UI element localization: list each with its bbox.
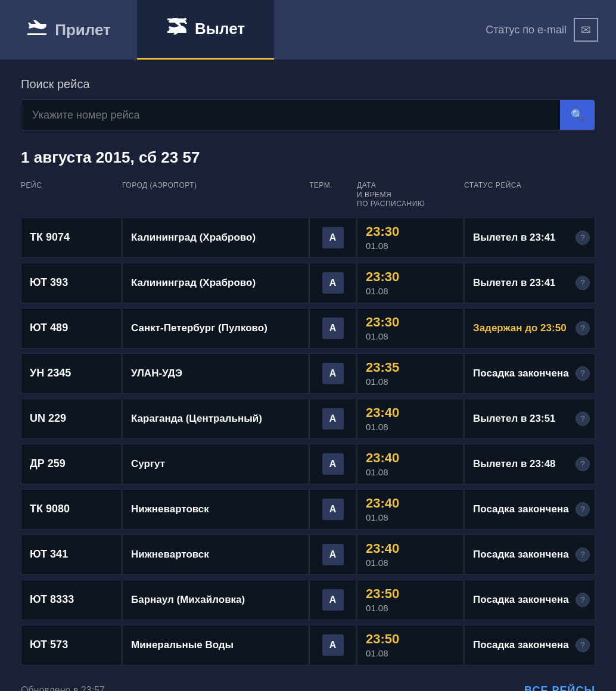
table-row[interactable]: ЮТ 341 Нижневартовск A 23:40 01.08 Посад… (21, 534, 595, 575)
all-flights-link[interactable]: ВСЕ РЕЙСЫ (524, 684, 595, 691)
cell-city-4: Караганда (Центральный) (122, 399, 309, 439)
term-badge-0: A (322, 227, 344, 248)
time-date-8: 01.08 (366, 603, 388, 613)
time-value-8: 23:50 (366, 586, 399, 602)
cell-term-7: A (309, 534, 357, 575)
time-date-5: 01.08 (366, 467, 388, 477)
col-header-datetime-line3: по расписанию (357, 200, 464, 209)
col-header-city: ГОРОД (АЭРОПОРТ) (122, 181, 309, 209)
status-text-5: Вылетел в 23:48 (473, 457, 556, 471)
time-value-9: 23:50 (366, 631, 399, 647)
cell-flight-2: ЮТ 489 (21, 308, 122, 348)
cell-time-6: 23:40 01.08 (357, 489, 464, 530)
time-date-3: 01.08 (366, 376, 388, 387)
question-btn-0[interactable]: ? (575, 231, 590, 245)
question-btn-3[interactable]: ? (575, 366, 590, 381)
cell-time-1: 23:30 01.08 (357, 263, 464, 303)
cell-city-1: Калининград (Храброво) (122, 263, 309, 303)
col-header-datetime-line1: ДАТА (357, 181, 464, 191)
email-status-label: Статус по e-mail (486, 24, 567, 36)
time-date-7: 01.08 (366, 558, 388, 568)
tab-departure-label: Вылет (195, 20, 245, 38)
question-btn-5[interactable]: ? (575, 457, 590, 471)
tab-arrival-label: Прилет (55, 21, 111, 39)
status-text-7: Посадка закончена (473, 548, 569, 561)
search-input[interactable] (21, 101, 560, 130)
question-btn-8[interactable]: ? (575, 593, 590, 607)
cell-status-6: Посадка закончена ? (464, 489, 595, 530)
search-label: Поиск рейса (21, 77, 595, 91)
cell-time-4: 23:40 01.08 (357, 399, 464, 439)
search-button[interactable]: 🔍 (560, 100, 595, 130)
cell-city-5: Сургут (122, 444, 309, 484)
cell-status-3: Посадка закончена ? (464, 353, 595, 394)
flights-list: ТК 9074 Калининград (Храброво) A 23:30 0… (21, 217, 595, 665)
cell-city-9: Минеральные Воды (122, 625, 309, 665)
table-row[interactable]: УН 2345 УЛАН-УДЭ A 23:35 01.08 Посадка з… (21, 353, 595, 394)
status-text-8: Посадка закончена (473, 593, 569, 606)
cell-flight-6: ТК 9080 (21, 489, 122, 530)
main-content: Поиск рейса 🔍 1 августа 2015, сб 23 57 Р… (0, 60, 616, 691)
time-date-4: 01.08 (366, 422, 388, 432)
question-btn-1[interactable]: ? (575, 276, 590, 290)
time-value-6: 23:40 (366, 496, 399, 511)
cell-term-0: A (309, 217, 357, 258)
footer: Обновлено в 23:57 ВСЕ РЕЙСЫ (21, 671, 595, 691)
cell-time-2: 23:30 01.08 (357, 308, 464, 348)
cell-term-9: A (309, 625, 357, 665)
term-badge-4: A (322, 408, 344, 429)
cell-city-7: Нижневартовск (122, 534, 309, 575)
table-row[interactable]: ЮТ 573 Минеральные Воды A 23:50 01.08 По… (21, 625, 595, 665)
cell-time-7: 23:40 01.08 (357, 534, 464, 575)
time-value-4: 23:40 (366, 405, 399, 421)
cell-term-1: A (309, 263, 357, 303)
search-box: 🔍 (21, 99, 595, 130)
email-status-section[interactable]: Статус по e-mail ✉ (486, 0, 616, 60)
question-btn-9[interactable]: ? (575, 638, 590, 652)
updated-text: Обновлено в 23:57 (21, 685, 105, 691)
table-row[interactable]: ТК 9080 Нижневартовск A 23:40 01.08 Поса… (21, 489, 595, 530)
status-text-6: Посадка закончена (473, 503, 569, 516)
question-btn-7[interactable]: ? (575, 547, 590, 562)
table-row[interactable]: ЮТ 393 Калининград (Храброво) A 23:30 01… (21, 263, 595, 303)
cell-term-8: A (309, 580, 357, 620)
cell-flight-8: ЮТ 8333 (21, 580, 122, 620)
question-btn-2[interactable]: ? (575, 321, 590, 335)
cell-city-0: Калининград (Храброво) (122, 217, 309, 258)
cell-status-7: Посадка закончена ? (464, 534, 595, 575)
cell-time-5: 23:40 01.08 (357, 444, 464, 484)
cell-flight-9: ЮТ 573 (21, 625, 122, 665)
term-badge-8: A (322, 589, 344, 611)
time-date-9: 01.08 (366, 648, 388, 658)
table-row[interactable]: ЮТ 8333 Барнаул (Михайловка) A 23:50 01.… (21, 580, 595, 620)
cell-status-0: Вылетел в 23:41 ? (464, 217, 595, 258)
time-date-1: 01.08 (366, 286, 388, 296)
term-badge-6: A (322, 499, 344, 520)
time-value-2: 23:30 (366, 315, 399, 330)
cell-status-4: Вылетел в 23:51 ? (464, 399, 595, 439)
cell-status-9: Посадка закончена ? (464, 625, 595, 665)
time-value-1: 23:30 (366, 269, 399, 285)
cell-time-0: 23:30 01.08 (357, 217, 464, 258)
col-header-datetime: ДАТА И ВРЕМЯ по расписанию (357, 181, 464, 209)
tab-departure[interactable]: Вылет (137, 0, 274, 60)
status-text-2: Задержан до 23:50 (473, 322, 567, 335)
question-btn-6[interactable]: ? (575, 502, 590, 516)
tab-arrival[interactable]: Прилет (0, 0, 137, 60)
cell-term-3: A (309, 353, 357, 394)
cell-city-2: Санкт-Петербург (Пулково) (122, 308, 309, 348)
cell-time-9: 23:50 01.08 (357, 625, 464, 665)
col-header-datetime-line2: И ВРЕМЯ (357, 191, 464, 200)
departure-icon (166, 18, 188, 40)
term-badge-2: A (322, 318, 344, 339)
cell-status-1: Вылетел в 23:41 ? (464, 263, 595, 303)
status-text-4: Вылетел в 23:51 (473, 412, 556, 425)
status-text-1: Вылетел в 23:41 (473, 276, 556, 290)
table-row[interactable]: UN 229 Караганда (Центральный) A 23:40 0… (21, 399, 595, 439)
table-header: РЕЙС ГОРОД (АЭРОПОРТ) ТЕРМ. ДАТА И ВРЕМЯ… (21, 178, 595, 213)
status-text-3: Посадка закончена (473, 367, 569, 380)
question-btn-4[interactable]: ? (575, 412, 590, 426)
table-row[interactable]: ТК 9074 Калининград (Храброво) A 23:30 0… (21, 217, 595, 258)
table-row[interactable]: ДР 259 Сургут A 23:40 01.08 Вылетел в 23… (21, 444, 595, 484)
table-row[interactable]: ЮТ 489 Санкт-Петербург (Пулково) A 23:30… (21, 308, 595, 348)
